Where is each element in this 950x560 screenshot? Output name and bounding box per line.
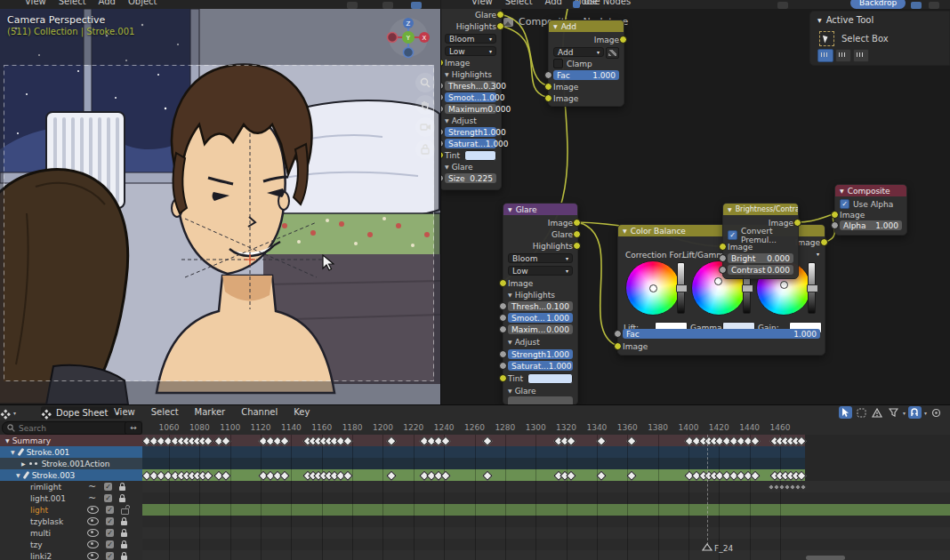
filter-chevron-icon[interactable]: ▾ (903, 410, 906, 416)
channel-stroke-003[interactable]: ▼Stroke.003 (0, 469, 143, 482)
value-slider-handle[interactable] (742, 284, 753, 292)
keyframe-area[interactable]: F_24 (142, 435, 950, 560)
node-socket[interactable] (499, 302, 507, 310)
node-row-strength[interactable]: Strength1.000 (445, 127, 496, 137)
node-row-smoot-[interactable]: Smoot...1.000 (445, 92, 496, 102)
color-swatch[interactable] (464, 150, 496, 161)
node-row-alpha[interactable]: Alpha1.000 (840, 220, 902, 230)
eye-icon[interactable] (87, 540, 99, 548)
node-row-image[interactable]: Image (508, 278, 573, 288)
lock-icon[interactable] (121, 532, 127, 537)
checkbox-convert-premul-[interactable]: ✓ (728, 230, 737, 240)
menu-view[interactable]: View (471, 0, 493, 6)
node-row-maxim-[interactable]: Maxim...0.000 (508, 324, 573, 334)
expand-collapse-icon[interactable]: ↔ (125, 421, 142, 435)
node-row-bloom[interactable]: Bloom▾ (445, 34, 496, 44)
key-row-light-001[interactable] (142, 492, 950, 504)
node-glare-edge[interactable]: GlareHighlightsBloom▾Low▾Image▼Highlight… (441, 9, 502, 190)
node-row-size[interactable]: Size0.225 (445, 173, 496, 183)
channel-multi[interactable]: multi✓ (0, 527, 143, 540)
node-row-tint[interactable]: Tint (508, 373, 573, 383)
node-header-composite[interactable]: ▼Composite (835, 185, 906, 196)
node-row-highlights[interactable]: Highlights (508, 241, 573, 251)
node-socket[interactable] (573, 230, 581, 238)
node-add[interactable]: ▼AddImageAdd▾ClampFac1.000ImageImage (548, 20, 624, 107)
check-icon[interactable]: ✓ (106, 552, 114, 560)
lock-icon[interactable] (121, 521, 127, 525)
node-row-image[interactable]: Image (508, 218, 573, 228)
select-tool-icon[interactable] (839, 406, 852, 419)
orientation-icon[interactable] (347, 2, 358, 9)
check-icon[interactable]: ✓ (104, 483, 112, 491)
value-slider-handle[interactable] (807, 284, 818, 292)
dropdown-low[interactable]: Low▾ (445, 46, 496, 56)
overlay-icon[interactable] (930, 406, 943, 419)
node-socket[interactable] (544, 83, 552, 91)
node-socket[interactable] (496, 22, 504, 30)
node-row-tint[interactable]: Tint (445, 150, 496, 160)
node-row-bright[interactable]: Bright0.000 (728, 253, 793, 263)
node-socket[interactable] (719, 254, 727, 262)
check-icon[interactable]: ✓ (106, 540, 114, 548)
proportional-icon[interactable] (411, 2, 422, 9)
dropdown-bloom[interactable]: Bloom▾ (445, 34, 496, 44)
channel-stroke-001action[interactable]: ▶Stroke.001Action (0, 458, 143, 470)
node-socket[interactable] (499, 374, 507, 382)
node-socket[interactable] (793, 219, 801, 227)
pan-icon[interactable] (415, 95, 435, 115)
menu-key[interactable]: Key (294, 407, 310, 417)
camera-icon[interactable] (415, 117, 435, 137)
node-row-image[interactable]: Image (623, 341, 820, 351)
value-slider[interactable] (808, 262, 816, 314)
node-row-saturat-[interactable]: Saturat...1.000 (445, 139, 496, 148)
menu-select[interactable]: Select (505, 0, 533, 6)
menu-select[interactable]: Select (59, 0, 86, 6)
channel-linki2[interactable]: linki2✓ (0, 550, 143, 560)
select-mode-new-button[interactable] (817, 49, 833, 62)
node-socket[interactable] (499, 279, 507, 287)
filter-icon[interactable] (887, 406, 900, 419)
lock-icon[interactable] (119, 486, 125, 491)
node-row-highlights[interactable]: Highlights (445, 21, 496, 31)
key-row-tzyblask[interactable] (142, 516, 950, 527)
timeline-ruler[interactable]: 1060108011001120114011601180120012201240… (142, 420, 950, 436)
check-icon[interactable]: ✓ (106, 517, 114, 525)
node-row-strength[interactable]: Strength1.000 (508, 349, 573, 359)
node-row-low[interactable]: Low▾ (508, 266, 573, 276)
node-socket[interactable] (614, 330, 622, 338)
node-row-highlights[interactable]: ▼Highlights (445, 69, 496, 79)
node-bright-contrast[interactable]: ▼Brightness/ContrastImage✓Convert Premul… (722, 203, 799, 279)
curve-icon[interactable]: ~ (87, 484, 97, 490)
navigation-gizmo[interactable]: Z X Y (386, 16, 431, 60)
dropdown-bloom[interactable]: Bloom▾ (508, 253, 573, 263)
select-mode-subtract-button[interactable] (853, 49, 869, 62)
node-socket[interactable] (499, 350, 507, 358)
checkbox-clamp[interactable] (553, 59, 563, 68)
zoom-icon[interactable] (415, 73, 435, 92)
pin-icon[interactable] (929, 2, 939, 9)
check-icon[interactable]: ✓ (104, 494, 112, 502)
channel-stroke-001[interactable]: ▼Stroke.001 (0, 446, 143, 459)
menu-marker[interactable]: Marker (195, 407, 226, 417)
node-row-low[interactable]: Low▾ (445, 46, 496, 56)
channel-summary[interactable]: ▼Summary (0, 435, 143, 447)
snap-magnet-icon[interactable] (908, 406, 922, 419)
value-slider-handle[interactable] (676, 284, 688, 292)
node-row-highlights[interactable]: ▼Highlights (508, 290, 573, 300)
node-row-image[interactable]: Image (553, 35, 619, 44)
node-row-bloom[interactable]: Bloom▾ (508, 253, 573, 263)
key-row-multi[interactable] (142, 527, 950, 539)
node-row-adjust[interactable]: ▼Adjust (508, 337, 573, 347)
dope-sheet-mode-dropdown[interactable]: Dope Sheet ▾ (41, 406, 123, 419)
dropdown-low[interactable]: Low▾ (508, 266, 573, 276)
key-row-light[interactable] (142, 504, 950, 516)
eye-icon[interactable] (87, 552, 99, 560)
node-socket[interactable] (619, 36, 627, 44)
backdrop-button[interactable]: Backdrop (850, 0, 906, 9)
node-row-smoot-[interactable]: Smoot...1.000 (508, 313, 573, 323)
node-row-image[interactable]: Image (553, 82, 619, 92)
menu-view[interactable]: View (25, 0, 46, 6)
channel-rimlight[interactable]: rimlight~✓ (0, 481, 143, 493)
menu-channel[interactable]: Channel (241, 407, 278, 417)
node-socket[interactable] (544, 94, 552, 102)
